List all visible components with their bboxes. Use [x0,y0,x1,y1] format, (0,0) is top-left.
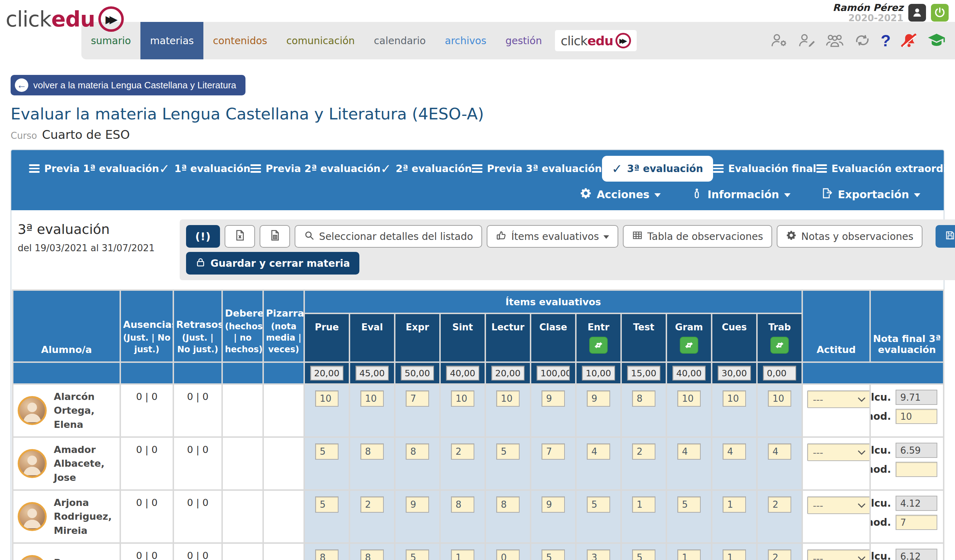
nav-item-archivos[interactable]: archivos [435,22,496,59]
grade-input[interactable] [451,390,474,407]
edit-user-button[interactable] [798,33,816,49]
sync-column-button[interactable] [770,337,789,354]
tab-evaluaci-n-extraordinaria[interactable]: Evaluación extraordinaria [816,163,955,175]
weight-input[interactable] [672,366,706,381]
nav-item-contenidos[interactable]: contenidos [204,22,277,59]
clickedu-logo[interactable]: clickedu ▶▶ [6,6,124,32]
grade-input[interactable] [496,549,520,560]
grade-input[interactable] [406,496,429,513]
grade-input[interactable] [451,496,474,513]
weight-input[interactable] [627,366,661,381]
alert-button[interactable]: (!) [186,225,220,248]
grade-input[interactable] [496,390,520,407]
grade-input[interactable] [406,443,429,460]
grade-input[interactable] [768,443,791,460]
attitude-select[interactable]: --- [807,390,869,408]
grade-input[interactable] [315,549,338,560]
attitude-select[interactable]: --- [807,496,869,514]
nav-item-materias[interactable]: materias [141,22,204,59]
grade-input[interactable] [723,549,746,560]
grade-input[interactable] [723,496,746,513]
grade-input[interactable] [451,549,474,560]
select-details-button[interactable]: Seleccionar detalles del listado [294,225,482,248]
tab-previa-2-evaluaci-n[interactable]: Previa 2ª evaluación [250,163,380,175]
tab-previa-1-evaluaci-n[interactable]: Previa 1ª evaluación [29,163,159,175]
tab-evaluaci-n-final[interactable]: Evaluación final [713,163,816,175]
export-excel-button[interactable] [225,225,255,248]
weight-input[interactable] [718,366,751,381]
grade-input[interactable] [360,549,384,560]
attitude-select[interactable]: --- [807,549,869,560]
switch-role-button[interactable] [854,33,871,49]
grade-input[interactable] [315,496,338,513]
calc-input[interactable] [896,443,937,458]
mod-input[interactable] [896,462,937,477]
grade-input[interactable] [542,496,565,513]
groups-button[interactable] [825,33,844,49]
export-menu[interactable]: Exportación [821,187,921,202]
weight-input[interactable] [401,366,434,381]
notifications-off-button[interactable] [900,33,917,49]
grade-input[interactable] [406,549,429,560]
weight-input[interactable] [491,366,524,381]
grade-input[interactable] [632,390,655,407]
logout-button[interactable] [931,4,949,22]
grade-input[interactable] [723,390,746,407]
grade-input[interactable] [587,549,610,560]
tab-previa-3-evaluaci-n[interactable]: Previa 3ª evaluación [472,163,602,175]
tab-1-evaluaci-n[interactable]: ✓1ª evaluación [159,161,250,176]
grade-input[interactable] [632,549,655,560]
grade-input[interactable] [315,390,338,407]
grade-input[interactable] [451,443,474,460]
clickedu-mini-logo[interactable]: clickedu ▶▶ [555,30,636,51]
save-button[interactable]: Guardar [936,225,955,248]
grade-input[interactable] [496,443,520,460]
weight-input[interactable] [446,366,479,381]
notes-observations-button[interactable]: Notas y observaciones [777,225,922,248]
sync-column-button[interactable] [680,337,698,354]
tab-3-evaluaci-n[interactable]: ✓3ª evaluación [602,156,713,182]
grade-input[interactable] [360,443,384,460]
weight-input[interactable] [537,366,570,381]
nav-item-comunicacion[interactable]: comunicación [277,22,364,59]
grade-input[interactable] [542,443,565,460]
grade-input[interactable] [632,443,655,460]
observations-table-button[interactable]: Tabla de observaciones [623,225,772,248]
grade-input[interactable] [768,390,791,407]
grade-input[interactable] [677,496,701,513]
nav-item-calendario[interactable]: calendario [364,22,435,59]
save-close-button[interactable]: Guardar y cerrar materia [186,252,359,275]
grade-input[interactable] [542,390,565,407]
weight-input[interactable] [310,366,343,381]
grade-input[interactable] [360,390,384,407]
grade-input[interactable] [360,496,384,513]
grade-input[interactable] [406,390,429,407]
grade-input[interactable] [587,390,610,407]
grade-input[interactable] [587,496,610,513]
calc-input[interactable] [896,549,937,560]
grade-input[interactable] [768,496,791,513]
calc-input[interactable] [896,496,937,511]
profile-button[interactable] [908,4,926,22]
weight-input[interactable] [355,366,389,381]
grade-input[interactable] [677,390,701,407]
grade-input[interactable] [677,443,701,460]
grade-input[interactable] [542,549,565,560]
attitude-select[interactable]: --- [807,443,869,461]
grade-input[interactable] [315,443,338,460]
grade-input[interactable] [496,496,520,513]
grade-input[interactable] [723,443,746,460]
information-menu[interactable]: Información [691,187,791,201]
grade-input[interactable] [632,496,655,513]
grade-input[interactable] [587,443,610,460]
grade-input[interactable] [768,549,791,560]
weight-input[interactable] [582,366,615,381]
tab-2-evaluaci-n[interactable]: ✓2ª evaluación [380,161,472,176]
academic-button[interactable] [927,33,946,49]
export-calc-button[interactable] [260,225,290,248]
back-to-subject-button[interactable]: ← volver a la materia Lengua Castellana … [11,75,246,95]
grade-input[interactable] [677,549,701,560]
admin-users-button[interactable] [770,33,788,49]
actions-menu[interactable]: Acciones [580,187,661,202]
mod-input[interactable] [896,515,937,530]
